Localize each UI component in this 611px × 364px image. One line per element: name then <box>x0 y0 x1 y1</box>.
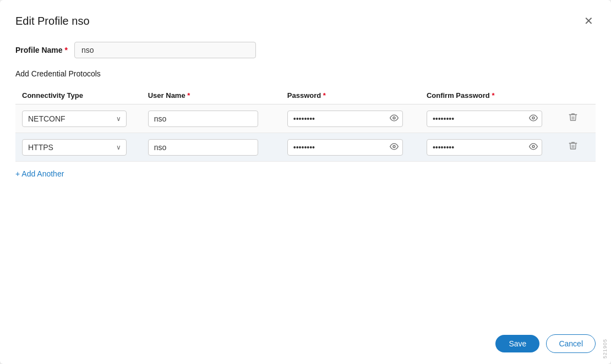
eye-icon-2 <box>390 142 399 152</box>
table-row: NETCONF HTTPS SSH HTTP ∨ <box>15 104 596 133</box>
save-button[interactable]: Save <box>495 335 539 352</box>
svg-point-3 <box>532 145 534 147</box>
username-input-1[interactable] <box>148 111 258 127</box>
svg-point-2 <box>393 145 395 147</box>
add-another-button[interactable]: + Add Another <box>15 169 64 178</box>
modal-header: Edit Profile nso ✕ <box>15 13 596 29</box>
col-header-password: Password * <box>287 87 427 104</box>
delete-row-button-1[interactable] <box>566 110 580 127</box>
profile-name-label: Profile Name * <box>15 46 68 54</box>
col-header-connectivity: Connectivity Type <box>15 87 148 104</box>
edit-profile-modal: Edit Profile nso ✕ Profile Name * Add Cr… <box>0 0 611 364</box>
col-header-action <box>566 87 596 104</box>
password-wrapper-1 <box>287 111 403 127</box>
password-cell-1 <box>287 104 427 133</box>
password-cell-2 <box>287 133 427 162</box>
eye-icon-confirm-2 <box>529 142 538 152</box>
confirm-password-cell-1 <box>427 104 566 133</box>
confirm-password-wrapper-1 <box>427 111 542 127</box>
col-header-confirm-password: Confirm Password * <box>427 87 566 104</box>
password-required-star: * <box>323 91 326 100</box>
close-button[interactable]: ✕ <box>582 13 596 29</box>
password-input-2[interactable] <box>287 139 403 156</box>
connectivity-cell-1: NETCONF HTTPS SSH HTTP ∨ <box>15 104 148 133</box>
password-eye-button-2[interactable] <box>390 142 399 152</box>
confirm-password-input-2[interactable] <box>427 139 542 156</box>
confirm-eye-button-2[interactable] <box>529 142 538 152</box>
username-required-star: * <box>187 91 190 100</box>
password-input-1[interactable] <box>287 111 403 127</box>
watermark: 521905 <box>602 339 608 359</box>
connectivity-cell-2: NETCONF HTTPS SSH HTTP ∨ <box>15 133 148 162</box>
cancel-button[interactable]: Cancel <box>546 334 596 353</box>
svg-point-1 <box>532 117 534 119</box>
action-cell-1 <box>566 104 596 133</box>
profile-name-input[interactable] <box>74 42 256 58</box>
username-cell-1 <box>148 104 287 133</box>
username-cell-2 <box>148 133 287 162</box>
connectivity-select-2[interactable]: NETCONF HTTPS SSH HTTP <box>22 139 127 156</box>
action-cell-2 <box>566 133 596 162</box>
delete-row-button-2[interactable] <box>566 139 580 156</box>
eye-icon-1 <box>390 113 399 124</box>
close-icon: ✕ <box>584 15 593 26</box>
confirm-required-star: * <box>492 91 494 100</box>
trash-icon-2 <box>568 141 578 153</box>
password-wrapper-2 <box>287 139 403 156</box>
credential-table: Connectivity Type User Name * Password *… <box>15 87 596 162</box>
username-input-2[interactable] <box>148 139 258 156</box>
required-star: * <box>64 46 67 54</box>
confirm-eye-button-1[interactable] <box>529 113 538 124</box>
connectivity-select-wrapper-2: NETCONF HTTPS SSH HTTP ∨ <box>22 139 127 156</box>
table-row: NETCONF HTTPS SSH HTTP ∨ <box>15 133 596 162</box>
add-credential-title: Add Credential Protocols <box>15 69 596 78</box>
modal-footer: Save Cancel <box>495 334 596 353</box>
connectivity-select-wrapper-1: NETCONF HTTPS SSH HTTP ∨ <box>22 111 127 127</box>
password-eye-button-1[interactable] <box>390 113 399 124</box>
confirm-password-wrapper-2 <box>427 139 542 156</box>
col-header-username: User Name * <box>148 87 287 104</box>
eye-icon-confirm-1 <box>529 113 538 124</box>
modal-title: Edit Profile nso <box>15 15 90 27</box>
svg-point-0 <box>393 117 395 119</box>
profile-name-row: Profile Name * <box>15 42 596 58</box>
connectivity-select-1[interactable]: NETCONF HTTPS SSH HTTP <box>22 111 127 127</box>
trash-icon-1 <box>568 112 578 125</box>
confirm-password-cell-2 <box>427 133 566 162</box>
confirm-password-input-1[interactable] <box>427 111 542 127</box>
